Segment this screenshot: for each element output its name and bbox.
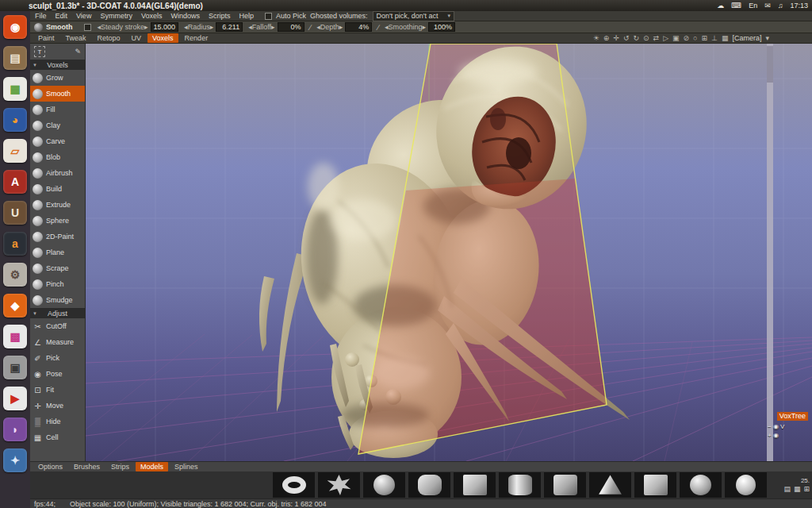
scrollbar-thumb[interactable]: [767, 46, 773, 83]
pan-icon[interactable]: ⇄: [653, 33, 660, 43]
tool-scrape[interactable]: Scrape: [30, 260, 85, 276]
snap-icon[interactable]: ▣: [672, 33, 680, 43]
model-thumb-cylinder[interactable]: [499, 472, 541, 498]
viewport[interactable]: [86, 44, 812, 461]
clock[interactable]: 17:13: [790, 0, 808, 11]
menu-symmetry[interactable]: Symmetry: [100, 12, 132, 20]
keyboard-layout-icon[interactable]: ⌨: [731, 0, 741, 11]
add-folder-icon[interactable]: ⊞: [803, 485, 810, 493]
mail-icon[interactable]: ✉: [764, 0, 771, 11]
no-ghost-icon[interactable]: ⊘: [684, 33, 690, 43]
tool-sphere[interactable]: Sphere: [30, 213, 85, 229]
tool-smudge[interactable]: Smudge: [30, 292, 85, 308]
model-thumb-torus[interactable]: [273, 472, 315, 498]
camera-dropdown-arrow[interactable]: ▾: [765, 33, 769, 43]
tab-tweak[interactable]: Tweak: [61, 33, 91, 43]
ghosted-volumes-dropdown[interactable]: Don't pick, don't act ▾: [373, 11, 455, 21]
sync-cloud-icon[interactable]: ☁: [717, 0, 724, 11]
tool-carve[interactable]: Carve: [30, 133, 85, 149]
tool-move[interactable]: ✛Move: [30, 398, 85, 414]
launcher-ubuntu[interactable]: ◉: [3, 15, 27, 39]
tool-grow[interactable]: Grow: [30, 70, 85, 86]
launcher-software[interactable]: ◆: [3, 294, 27, 318]
language-indicator[interactable]: En: [749, 0, 757, 11]
model-thumb-cube2[interactable]: [634, 472, 676, 498]
launcher-ubuntu-one[interactable]: U: [3, 201, 27, 225]
tool-pick[interactable]: ✐Pick: [30, 350, 85, 366]
pencil-icon[interactable]: ✎: [75, 48, 81, 56]
panel-tab-options[interactable]: Options: [33, 462, 67, 471]
brush-alpha-preview[interactable]: [34, 23, 43, 32]
tool-plane[interactable]: Plane: [30, 244, 85, 260]
model-thumb-sphere[interactable]: [363, 472, 405, 498]
light-icon[interactable]: ☀: [593, 33, 599, 43]
camera-mode-label[interactable]: [Camera]: [732, 34, 761, 42]
rotate-cw-icon[interactable]: ↻: [633, 33, 639, 43]
launcher-amazon[interactable]: a: [3, 232, 27, 256]
tool-2d-paint[interactable]: 2D-Paint: [30, 229, 85, 244]
model-thumb-sphere2[interactable]: [680, 472, 722, 498]
launcher-files[interactable]: ▤: [3, 46, 27, 70]
tab-retopo[interactable]: Retopo: [93, 33, 125, 43]
voxtree-row[interactable]: − ◉ V: [768, 422, 810, 431]
tab-uv[interactable]: UV: [127, 33, 147, 43]
menu-windows[interactable]: Windows: [170, 12, 200, 20]
launcher-settings[interactable]: ⚙: [3, 263, 27, 287]
text-tool-icon[interactable]: T: [34, 46, 45, 57]
model-thumb-cone[interactable]: [589, 472, 631, 498]
pivot-icon[interactable]: ⊕: [603, 33, 610, 43]
ortho-icon[interactable]: ⊥: [711, 33, 718, 43]
voxtree-tab[interactable]: VoxTree: [777, 412, 808, 421]
model-thumb-spiky[interactable]: [318, 472, 360, 498]
falloff-curve-icon[interactable]: ∕: [310, 23, 312, 32]
tool-pinch[interactable]: Pinch: [30, 276, 85, 292]
tool-cell[interactable]: ▦Cell: [30, 429, 85, 445]
grid-toggle-icon[interactable]: ⊞: [702, 33, 708, 43]
tab-render[interactable]: Render: [180, 33, 213, 43]
volume-icon[interactable]: ♫: [778, 0, 783, 11]
tool-clay[interactable]: Clay: [30, 117, 85, 133]
panel-tab-splines[interactable]: Splines: [170, 462, 203, 471]
panel-tab-strips[interactable]: Strips: [106, 462, 134, 471]
menu-help[interactable]: Help: [239, 12, 254, 20]
launcher-blue-app[interactable]: ✦: [3, 448, 27, 472]
viewport-scrollbar[interactable]: [767, 44, 773, 461]
tool-smooth[interactable]: Smooth: [30, 86, 85, 102]
voxtree-row[interactable]: + ◉: [768, 431, 810, 440]
launcher-acrobat[interactable]: A: [3, 170, 27, 194]
tab-voxels[interactable]: Voxels: [147, 33, 178, 43]
tool-fill[interactable]: Fill: [30, 102, 85, 117]
panel-tab-models[interactable]: Models: [136, 462, 168, 471]
list-view-icon[interactable]: ▤: [783, 485, 791, 493]
launcher-utility[interactable]: ▣: [3, 356, 27, 379]
menu-scripts[interactable]: Scripts: [209, 12, 231, 20]
launcher-firefox[interactable]: ◕: [3, 108, 27, 132]
tool-hide[interactable]: ▒Hide: [30, 414, 85, 429]
section-voxels[interactable]: ▼Voxels: [30, 60, 85, 70]
model-thumb-capsule[interactable]: [725, 472, 767, 498]
tool-extrude[interactable]: Extrude: [30, 197, 85, 213]
model-thumb-box[interactable]: [544, 472, 586, 498]
menu-edit[interactable]: Edit: [56, 12, 68, 20]
wireframe-icon[interactable]: ▦: [722, 33, 729, 43]
play-icon[interactable]: ▷: [663, 33, 668, 43]
section-adjust[interactable]: ▼Adjust: [30, 308, 85, 318]
move-gizmo-icon[interactable]: ✛: [613, 33, 619, 43]
launcher-youtube[interactable]: ▶: [3, 387, 27, 410]
tool-airbrush[interactable]: Airbrush: [30, 165, 85, 181]
menu-view[interactable]: View: [76, 12, 91, 20]
menu-file[interactable]: File: [35, 12, 47, 20]
launcher-calc[interactable]: ▦: [3, 77, 27, 101]
tool-fit[interactable]: ⊡Fit: [30, 382, 85, 398]
grid-view-icon[interactable]: ▦: [794, 485, 801, 493]
panel-tab-brushes[interactable]: Brushes: [69, 462, 105, 471]
menu-voxels[interactable]: Voxels: [141, 12, 163, 20]
falloff-curve-icon[interactable]: ∕: [377, 23, 379, 32]
tool-cutoff[interactable]: ✂CutOff: [30, 318, 85, 334]
sphere-view-icon[interactable]: ○: [693, 33, 697, 43]
zoom-icon[interactable]: ⊙: [643, 33, 649, 43]
tool-blob[interactable]: Blob: [30, 149, 85, 165]
auto-pick-checkbox[interactable]: [265, 13, 272, 20]
model-thumb-rounded-cube[interactable]: [408, 472, 450, 498]
launcher-purple-app[interactable]: ◗: [3, 418, 27, 441]
